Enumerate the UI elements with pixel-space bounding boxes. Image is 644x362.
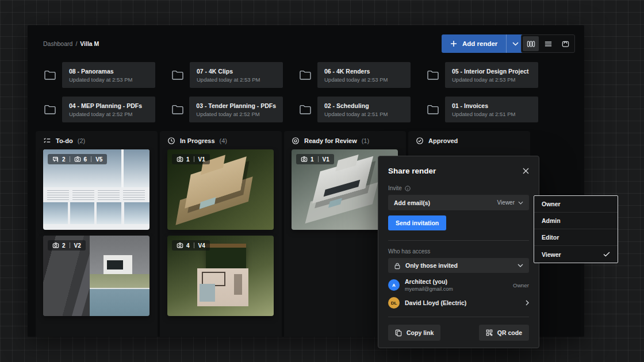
view-toggle-group (521, 34, 575, 53)
folder-title: 02 - Scheduling (324, 102, 404, 109)
render-count: 6 (74, 156, 87, 163)
folder-card[interactable]: 04 - MEP Planning - PDFsUpdated today at… (43, 97, 155, 122)
chevron-right-icon (526, 300, 529, 306)
folder-title: 04 - MEP Planning - PDFs (69, 102, 148, 109)
check-circle-icon (416, 137, 424, 145)
copy-link-button[interactable]: Copy link (388, 325, 440, 341)
role-select[interactable]: Viewer (497, 199, 523, 206)
add-render-label: Add render (462, 40, 497, 47)
archive-view-button[interactable] (557, 36, 573, 51)
member-row-architect: A Architect (you) myemail@gmail.com Owne… (388, 278, 529, 292)
qr-code-icon (486, 329, 493, 336)
board-view-button[interactable] (523, 36, 539, 51)
folder-icon (426, 103, 445, 117)
avatar: DL (388, 297, 400, 309)
send-invitation-button[interactable]: Send invitation (388, 215, 446, 230)
comment-count: 2 (52, 156, 66, 163)
breadcrumb-root[interactable]: Dashboard (43, 40, 72, 47)
folder-card[interactable]: 01 - InvoicesUpdated today at 2:51 PM (426, 97, 538, 122)
folder-icon (298, 103, 317, 117)
member-email: myemail@gmail.com (405, 286, 508, 292)
clock-icon (167, 137, 175, 145)
folder-grid: 08 - PanoramasUpdated today at 2:53 PM 0… (43, 62, 538, 122)
comment-icon (52, 156, 59, 163)
chevron-down-icon (518, 201, 523, 205)
folder-icon (43, 68, 62, 82)
render-count: 2 (52, 242, 66, 249)
role-dropdown-menu: Owner Admin Editor Viewer (534, 195, 618, 263)
avatar: A (388, 279, 400, 291)
role-option-admin[interactable]: Admin (534, 213, 618, 229)
modal-title: Share render (388, 167, 436, 175)
camera-icon (74, 156, 81, 163)
check-icon (603, 252, 610, 257)
version-tag: V1 (198, 156, 205, 163)
folder-updated: Updated today at 2:51 PM (324, 111, 404, 117)
folder-card[interactable]: 02 - SchedulingUpdated today at 2:51 PM (298, 97, 411, 122)
folder-updated: Updated today at 2:53 PM (452, 76, 531, 83)
folder-updated: Updated today at 2:53 PM (197, 76, 276, 83)
render-card-pool-house[interactable]: 2 V2 (43, 236, 150, 316)
folder-icon (43, 103, 62, 117)
divider (388, 240, 529, 241)
folder-updated: Updated today at 2:53 PM (324, 76, 404, 83)
render-card-floor-plan[interactable]: 4 V4 (167, 236, 274, 316)
qr-code-button[interactable]: QR code (479, 325, 529, 341)
list-view-button[interactable] (540, 36, 556, 51)
column-label: Ready for Review (304, 137, 357, 144)
folder-title: 06 - 4K Renders (324, 68, 404, 75)
close-icon[interactable] (523, 168, 529, 174)
folder-updated: Updated today at 2:52 PM (196, 111, 276, 117)
copy-icon (395, 329, 402, 337)
member-row-david-lloyd[interactable]: DL David Lloyd (Electric) (388, 295, 529, 310)
folder-updated: Updated today at 2:51 PM (452, 111, 531, 117)
folder-icon (298, 68, 317, 82)
chevron-down-icon (512, 42, 519, 46)
email-input[interactable]: Add email(s) Viewer (388, 195, 529, 210)
render-count: 4 (177, 242, 190, 249)
card-badge: 1 V1 (172, 154, 210, 164)
render-card-wood-model[interactable]: 1 V1 (167, 149, 274, 230)
role-option-editor[interactable]: Editor (534, 229, 618, 246)
member-name: David Lloyd (Electric) (405, 299, 520, 306)
version-tag: V1 (323, 156, 329, 163)
column-count: (1) (362, 137, 369, 144)
info-icon (405, 186, 411, 191)
breadcrumb: Dashboard / Villa M (43, 40, 99, 47)
column-count: (4) (220, 137, 227, 144)
folder-icon (426, 68, 445, 82)
folder-title: 08 - Panoramas (69, 68, 148, 75)
eye-icon (292, 137, 300, 145)
column-todo: To-do (2) 2 6 (36, 131, 158, 337)
access-select[interactable]: Only those invited (388, 258, 529, 273)
folder-card[interactable]: 03 - Tender Planning - PDFsUpdated today… (171, 97, 283, 122)
folder-card[interactable]: 08 - PanoramasUpdated today at 2:53 PM (43, 62, 155, 88)
folder-card[interactable]: 07 - 4K ClipsUpdated today at 2:53 PM (171, 62, 283, 88)
who-has-access-label: Who has access (388, 248, 529, 255)
camera-icon (52, 242, 59, 249)
folder-title: 03 - Tender Planning - PDFs (196, 102, 276, 109)
list-view-icon (544, 40, 553, 48)
card-badge: 1 V1 (296, 154, 334, 164)
folder-card[interactable]: 06 - 4K RendersUpdated today at 2:53 PM (298, 62, 411, 88)
member-role: Owner (513, 282, 529, 288)
invite-label: Invite (388, 185, 529, 191)
email-placeholder: Add email(s) (394, 199, 430, 206)
archive-view-icon (561, 40, 570, 48)
plus-icon (450, 40, 457, 47)
render-count: 1 (177, 156, 190, 163)
add-render-main[interactable]: Add render (442, 34, 506, 53)
column-label: In Progress (180, 137, 215, 144)
role-option-viewer[interactable]: Viewer (534, 246, 618, 263)
role-option-owner[interactable]: Owner (534, 196, 618, 213)
render-card-panoramas[interactable]: 2 6 V5 (43, 149, 150, 230)
version-tag: V2 (74, 242, 81, 249)
folder-card[interactable]: 05 - Interior Design ProjectUpdated toda… (426, 62, 538, 88)
card-badge: 2 V2 (48, 240, 86, 251)
render-count: 1 (301, 156, 314, 163)
folder-title: 07 - 4K Clips (197, 68, 276, 75)
lock-icon (394, 262, 401, 269)
add-render-button[interactable]: Add render (442, 34, 524, 53)
folder-icon (171, 103, 189, 117)
folder-updated: Updated today at 2:53 PM (69, 76, 148, 83)
